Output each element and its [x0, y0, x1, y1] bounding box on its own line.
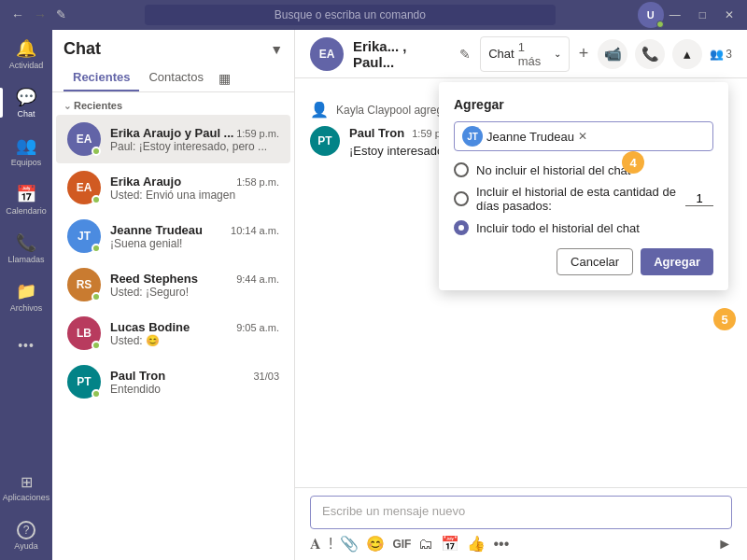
radio-label-2: Incluir el historial de esta cantidad de… [476, 185, 678, 213]
chat-item-preview: Paul: ¡Estoy interesado, pero ... [110, 140, 279, 153]
edit-icon[interactable]: ✎ [56, 7, 66, 22]
sidebar-item-ayuda-label: Ayuda [14, 541, 37, 551]
audio-call-button[interactable]: 📞 [635, 39, 665, 69]
more-toolbar-icon[interactable]: ••• [493, 536, 509, 553]
avatar: LB [67, 316, 101, 350]
chat-item-time: 1:59 p.m. [236, 128, 279, 139]
avatar: EA [67, 122, 101, 156]
back-icon[interactable]: ← [11, 7, 24, 22]
chat-item-info: Jeanne Trudeau 10:14 a.m. ¡Suena genial! [110, 223, 279, 250]
person-tag-close[interactable]: ✕ [578, 130, 587, 143]
radio-label-3: Incluir todo el historial del chat [476, 221, 640, 235]
add-person-dialog: Agregar JT Jeanne Trudeau ✕ No incluir e… [439, 82, 728, 290]
sidebar-item-more[interactable]: ••• [0, 321, 52, 370]
share-screen-button[interactable]: ▴ [672, 39, 702, 69]
search-bar[interactable]: Busque o escriba un comando [145, 5, 556, 25]
tab-recientes[interactable]: Recientes [63, 64, 139, 91]
chat-item-conv6[interactable]: PT Paul Tron 31/03 Entendido [56, 357, 290, 406]
video-call-button[interactable]: 📹 [598, 39, 627, 69]
chat-item-top: Erika Araujo 1:58 p.m. [110, 175, 279, 189]
chat-item-time: 9:44 a.m. [236, 273, 279, 285]
send-button[interactable]: ► [717, 536, 732, 553]
avatar: RS [67, 268, 101, 301]
chat-item-time: 1:58 p.m. [236, 176, 279, 188]
person-tag: JT Jeanne Trudeau ✕ [462, 126, 587, 147]
chat-item-conv2[interactable]: EA Erika Araujo 1:58 p.m. Usted: Envió u… [56, 163, 290, 212]
chat-badge-label: Chat [488, 47, 514, 61]
chat-item-top: Erika Araujo y Paul ... 1:59 p.m. [110, 126, 279, 140]
radio-circle-1 [454, 162, 469, 177]
dialog-people-input[interactable]: JT Jeanne Trudeau ✕ [454, 121, 713, 151]
input-area: Escribe un mensaje nuevo 𝐀 ! 📎 😊 GIF 🗂 📅… [295, 487, 747, 560]
filter-icon[interactable]: ▼ [270, 42, 283, 57]
emoji-icon[interactable]: 😊 [366, 535, 385, 553]
step-badge-5: 5 [713, 308, 736, 330]
days-input[interactable] [685, 191, 713, 206]
main-header-avatar: EA [310, 37, 344, 71]
radio-option-days[interactable]: Incluir el historial de esta cantidad de… [454, 185, 713, 213]
chat-item-conv1[interactable]: EA Erika Araujo y Paul ... 1:59 p.m. Pau… [56, 115, 290, 163]
chat-panel-heading: Chat [63, 39, 101, 59]
chat-item-time: 9:05 a.m. [236, 322, 279, 333]
sidebar-item-calendario[interactable]: 📅 Calendario [0, 175, 52, 224]
llamadas-icon: 📞 [16, 232, 36, 253]
chat-item-name: Jeanne Trudeau [110, 223, 203, 237]
minimize-button[interactable]: — [664, 8, 686, 21]
chat-item-name: Paul Tron [110, 369, 165, 383]
tab-contactos[interactable]: Contactos [139, 64, 213, 91]
chat-badge[interactable]: Chat 1 más ⌄ [480, 36, 570, 72]
avatar: EA [67, 171, 101, 204]
radio-option-no-history[interactable]: No incluir el historial del chat [454, 162, 713, 177]
sticker-icon[interactable]: 🗂 [418, 536, 433, 553]
sidebar-item-chat[interactable]: 💬 Chat [0, 78, 52, 127]
person-tag-avatar: JT [462, 126, 483, 147]
close-button[interactable]: ✕ [719, 8, 740, 21]
sidebar-item-equipos-label: Equipos [11, 158, 42, 167]
title-bar-controls: — □ ✕ [664, 8, 740, 21]
person-tag-name: Jeanne Trudeau [486, 130, 574, 144]
chat-item-conv5[interactable]: LB Lucas Bodine 9:05 a.m. Usted: 😊 [56, 309, 290, 357]
main-edit-icon[interactable]: ✎ [459, 47, 471, 62]
chat-item-conv4[interactable]: RS Reed Stephens 9:44 a.m. Usted: ¡Segur… [56, 260, 290, 309]
maximize-button[interactable]: □ [694, 8, 712, 21]
chat-tabs: Recientes Contactos ▦ [63, 64, 283, 91]
gif-icon[interactable]: GIF [392, 538, 411, 551]
attach-icon[interactable]: 📎 [340, 535, 359, 553]
chat-panel-title: Chat ▼ [63, 39, 283, 59]
filter-conversations-icon[interactable]: ▦ [218, 71, 231, 86]
chat-item-info: Reed Stephens 9:44 a.m. Usted: ¡Seguro! [110, 272, 279, 299]
chat-item-top: Jeanne Trudeau 10:14 a.m. [110, 223, 279, 237]
more-label: 1 más [518, 40, 550, 68]
sidebar-item-aplicaciones[interactable]: ⊞ Aplicaciones [0, 463, 52, 511]
like-icon[interactable]: 👍 [467, 535, 486, 553]
cancel-button[interactable]: Cancelar [557, 248, 633, 275]
chat-item-name: Erika Araujo y Paul ... [110, 126, 233, 140]
add-person-icon[interactable]: + [579, 44, 589, 63]
nav-sidebar: 🔔 Actividad 💬 Chat 👥 Equipos 📅 Calendari… [0, 30, 52, 560]
radio-group: No incluir el historial del chat Incluir… [454, 162, 713, 235]
user-avatar[interactable]: U [638, 2, 664, 28]
chat-item-preview: ¡Suena genial! [110, 237, 279, 250]
chat-item-preview: Usted: Envió una imagen [110, 189, 279, 202]
participants-count[interactable]: 👥3 [710, 48, 732, 61]
radio-option-all-history[interactable]: Incluir todo el historial del chat [454, 220, 713, 235]
forward-icon[interactable]: → [34, 7, 47, 22]
meet-icon[interactable]: 📅 [441, 535, 459, 553]
sidebar-item-actividad[interactable]: 🔔 Actividad [0, 30, 52, 78]
actividad-icon: 🔔 [16, 38, 36, 59]
sidebar-item-llamadas[interactable]: 📞 Llamadas [0, 224, 52, 273]
sidebar-item-archivos-label: Archivos [10, 303, 43, 313]
sidebar-item-equipos[interactable]: 👥 Equipos [0, 127, 52, 175]
chat-item-name: Erika Araujo [110, 175, 181, 189]
sidebar-item-ayuda[interactable]: ? Ayuda [0, 511, 52, 560]
sidebar-item-archivos[interactable]: 📁 Archivos [0, 273, 52, 321]
important-icon[interactable]: ! [329, 536, 332, 553]
chat-item-preview: Entendido [110, 383, 279, 396]
message-input[interactable]: Escribe un mensaje nuevo [310, 496, 732, 529]
chat-item-time: 10:14 a.m. [231, 225, 279, 236]
chat-item-conv3[interactable]: JT Jeanne Trudeau 10:14 a.m. ¡Suena geni… [56, 212, 290, 260]
title-bar: ← → ✎ Busque o escriba un comando U — □ … [0, 0, 747, 30]
format-icon[interactable]: 𝐀 [310, 536, 321, 553]
add-button[interactable]: Agregar [641, 248, 713, 275]
chat-item-top: Reed Stephens 9:44 a.m. [110, 272, 279, 286]
